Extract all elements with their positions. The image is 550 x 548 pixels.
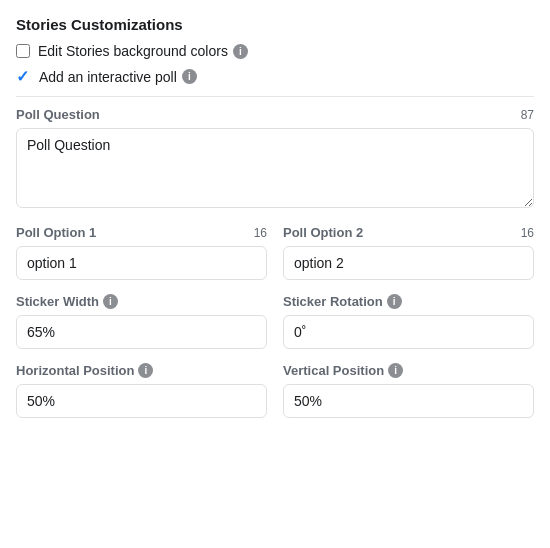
sticker-width-info-icon[interactable]: i [103, 294, 118, 309]
sticker-rotation-label: Sticker Rotation i [283, 294, 402, 309]
vertical-position-label: Vertical Position i [283, 363, 403, 378]
edit-bg-colors-label[interactable]: Edit Stories background colors i [38, 43, 248, 59]
poll-option1-label: Poll Option 1 [16, 225, 96, 240]
vertical-position-label-row: Vertical Position i [283, 363, 534, 378]
poll-option2-group: Poll Option 2 16 [283, 225, 534, 280]
poll-option1-input[interactable] [16, 246, 267, 280]
edit-bg-info-icon[interactable]: i [233, 44, 248, 59]
poll-option1-group: Poll Option 1 16 [16, 225, 267, 280]
poll-option1-char-count: 16 [254, 226, 267, 240]
poll-checkmark-icon: ✓ [16, 67, 29, 86]
sticker-width-label-row: Sticker Width i [16, 294, 267, 309]
poll-option2-label-row: Poll Option 2 16 [283, 225, 534, 240]
divider-1 [16, 96, 534, 97]
horizontal-position-input[interactable] [16, 384, 267, 418]
poll-question-group: Poll Question 87 [16, 107, 534, 211]
sticker-width-input[interactable] [16, 315, 267, 349]
poll-question-label-row: Poll Question 87 [16, 107, 534, 122]
section-title: Stories Customizations [16, 16, 534, 33]
horizontal-position-label: Horizontal Position i [16, 363, 153, 378]
horizontal-position-group: Horizontal Position i [16, 363, 267, 418]
poll-options-row: Poll Option 1 16 Poll Option 2 16 [16, 225, 534, 294]
position-row: Horizontal Position i Vertical Position … [16, 363, 534, 432]
edit-bg-colors-row: Edit Stories background colors i [16, 43, 534, 59]
poll-option2-char-count: 16 [521, 226, 534, 240]
poll-option2-label: Poll Option 2 [283, 225, 363, 240]
poll-question-char-count: 87 [521, 108, 534, 122]
sticker-rotation-info-icon[interactable]: i [387, 294, 402, 309]
sticker-width-group: Sticker Width i [16, 294, 267, 349]
vertical-position-group: Vertical Position i [283, 363, 534, 418]
poll-question-label: Poll Question [16, 107, 100, 122]
sticker-rotation-group: Sticker Rotation i [283, 294, 534, 349]
sticker-width-label: Sticker Width i [16, 294, 118, 309]
vertical-position-info-icon[interactable]: i [388, 363, 403, 378]
sticker-rotation-input[interactable] [283, 315, 534, 349]
add-poll-label[interactable]: Add an interactive poll i [39, 69, 197, 85]
poll-option2-input[interactable] [283, 246, 534, 280]
sticker-rotation-label-row: Sticker Rotation i [283, 294, 534, 309]
horizontal-position-label-row: Horizontal Position i [16, 363, 267, 378]
horizontal-position-info-icon[interactable]: i [138, 363, 153, 378]
edit-bg-colors-checkbox[interactable] [16, 44, 30, 58]
add-poll-info-icon[interactable]: i [182, 69, 197, 84]
poll-question-input[interactable] [16, 128, 534, 208]
add-poll-row: ✓ Add an interactive poll i [16, 67, 534, 86]
poll-option1-label-row: Poll Option 1 16 [16, 225, 267, 240]
vertical-position-input[interactable] [283, 384, 534, 418]
sticker-row: Sticker Width i Sticker Rotation i [16, 294, 534, 363]
